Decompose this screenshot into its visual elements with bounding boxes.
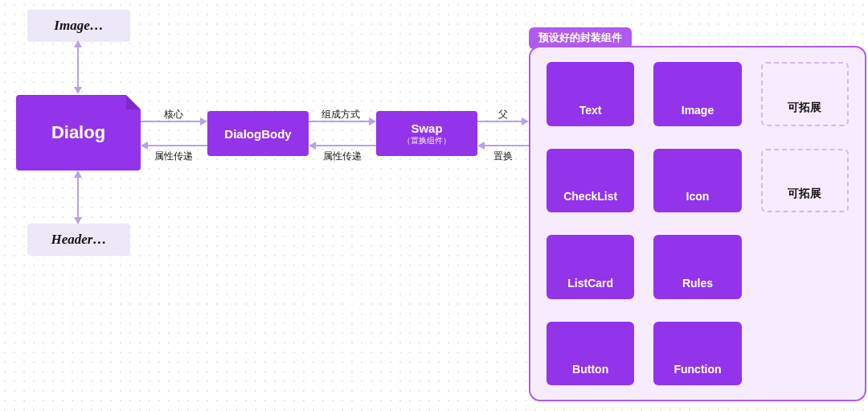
folder-function: Function [653,322,741,386]
edge-label-replace: 置换 [493,150,513,163]
folder-label: Image [682,104,714,117]
edge-label-props1: 属性传递 [154,150,193,163]
arrow-up-icon [74,40,82,47]
arrow-left-icon [477,142,485,150]
dialogbody-label: DialogBody [224,127,291,141]
folded-corner-icon [126,95,141,109]
folder-button: Button [547,322,634,386]
ghost-image-node: Image… [27,10,130,42]
edge-label-props2: 属性传递 [323,150,362,163]
panel-title: 预设好的封装组件 [538,31,622,43]
arrow-right-icon [200,117,207,125]
folder-empty-spacer [761,322,849,386]
arrow-left-icon [309,142,316,150]
folder-checklist: CheckList [547,149,634,213]
arrow-up-icon [74,171,82,178]
dialogbody-node: DialogBody [207,111,309,156]
folder-label: 可拓展 [788,187,821,201]
folder-icon: Icon [653,149,741,213]
folder-extensible: 可拓展 [761,149,849,213]
edge-swap-panel-bottom [481,145,529,146]
edge-label-compose: 组成方式 [321,108,360,121]
arrow-down-icon [74,217,82,224]
arrow-right-icon [522,117,529,125]
components-panel: TextImage可拓展CheckListIcon可拓展ListCardRule… [529,46,866,401]
edge-body-swap-bottom [313,145,376,146]
folder-label: Function [674,363,721,376]
swap-title: Swap [411,121,442,136]
ghost-header-label: Header… [51,232,107,248]
folder-listcard: ListCard [547,235,634,299]
folder-empty-spacer [761,235,849,299]
ghost-header-node: Header… [27,224,130,256]
arrow-left-icon [141,142,148,150]
folder-label: Button [572,363,608,376]
folder-label: Rules [682,277,713,290]
arrow-down-icon [74,87,82,94]
panel-grid: TextImage可拓展CheckListIcon可拓展ListCardRule… [547,62,849,385]
dialog-label: Dialog [51,122,105,143]
swap-subtitle: （置换组件） [403,136,451,146]
folder-image: Image [653,62,741,126]
arrow-right-icon [369,117,376,125]
folder-label: CheckList [563,190,617,203]
edge-dialog-to-image [77,42,79,90]
edge-label-parent: 父 [498,108,508,121]
swap-node: Swap （置换组件） [376,111,477,156]
edge-label-core: 核心 [164,108,183,121]
folder-label: ListCard [567,277,613,290]
folder-label: 可拓展 [788,101,821,115]
folder-label: Text [579,104,602,117]
folder-text: Text [547,62,634,126]
dialog-node: Dialog [16,95,141,171]
edge-dialog-to-header [77,172,79,220]
edge-dialog-body-bottom [145,145,207,146]
folder-rules: Rules [653,235,741,299]
folder-label: Icon [686,190,710,203]
ghost-image-label: Image… [54,18,103,34]
folder-extensible: 可拓展 [761,62,849,126]
